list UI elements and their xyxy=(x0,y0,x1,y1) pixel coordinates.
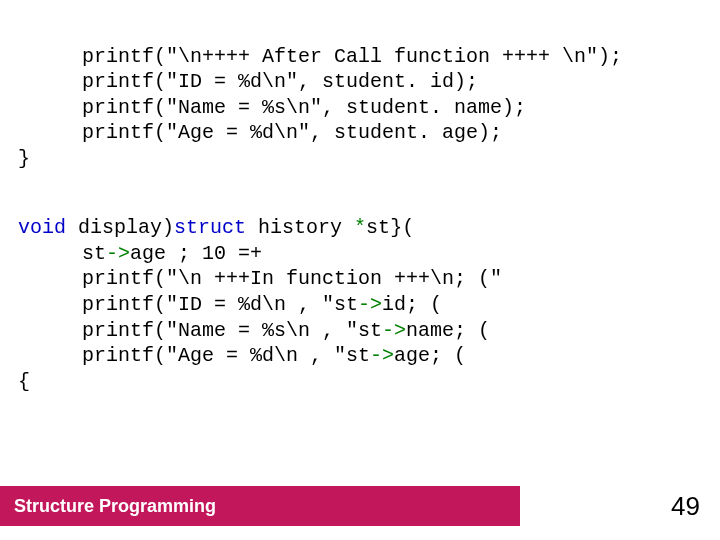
op-star: * xyxy=(354,216,366,239)
code-line-10a: printf("Name = %s\n xyxy=(82,319,310,342)
code-line-9a: printf("ID = %d\n xyxy=(82,293,286,316)
code-line-12: { xyxy=(18,370,30,393)
code-line-4: printf("Age = %d\n", student. age); xyxy=(82,121,502,144)
code-line-10b: , " xyxy=(310,319,358,342)
code-line-6e: history xyxy=(246,216,354,239)
code-line-11a: printf("Age = %d\n xyxy=(82,344,298,367)
code-line-8f: ; (" xyxy=(454,267,502,290)
code-line-8a: printf("\n xyxy=(82,267,202,290)
code-line-11e: age xyxy=(394,344,430,367)
footer-bar: Structure Programming xyxy=(0,486,520,526)
code-line-11f: ; ( xyxy=(430,344,466,367)
code-line-8e: \n xyxy=(430,267,454,290)
code-line-1: printf("\n++++ After Call function ++++ … xyxy=(82,45,622,68)
code-line-10c: st xyxy=(358,319,382,342)
code-block: printf("\n++++ After Call function ++++ … xyxy=(0,0,720,420)
code-line-6g: st xyxy=(366,216,390,239)
code-line-7d: ; 10 =+ xyxy=(178,242,262,265)
code-line-9e: id xyxy=(382,293,406,316)
code-line-11b: , " xyxy=(298,344,346,367)
op-arrow-1: -> xyxy=(106,242,130,265)
op-arrow-4: -> xyxy=(370,344,394,367)
code-line-9b: , " xyxy=(286,293,334,316)
code-line-10e: name xyxy=(406,319,454,342)
code-line-9f: ; ( xyxy=(406,293,442,316)
code-line-5: } xyxy=(18,147,30,170)
code-line-8c: In function xyxy=(250,267,394,290)
code-line-6c: ) xyxy=(162,216,174,239)
op-arrow-3: -> xyxy=(382,319,406,342)
code-line-7c: age xyxy=(130,242,178,265)
op-arrow-2: -> xyxy=(358,293,382,316)
code-line-10f: ; ( xyxy=(454,319,490,342)
code-line-6b: display xyxy=(66,216,162,239)
kw-void: void xyxy=(18,216,66,239)
slide: printf("\n++++ After Call function ++++ … xyxy=(0,0,720,540)
code-line-11c: st xyxy=(346,344,370,367)
code-line-7a: st xyxy=(82,242,106,265)
code-line-6h: }( xyxy=(390,216,414,239)
kw-struct: struct xyxy=(174,216,246,239)
code-line-3: printf("Name = %s\n", student. name); xyxy=(82,96,526,119)
page-number: 49 xyxy=(671,491,700,522)
footer-label: Structure Programming xyxy=(14,496,216,517)
code-line-2: printf("ID = %d\n", student. id); xyxy=(82,70,478,93)
code-line-8b: +++ xyxy=(202,267,250,290)
code-line-8d: +++ xyxy=(394,267,430,290)
code-line-9c: st xyxy=(334,293,358,316)
